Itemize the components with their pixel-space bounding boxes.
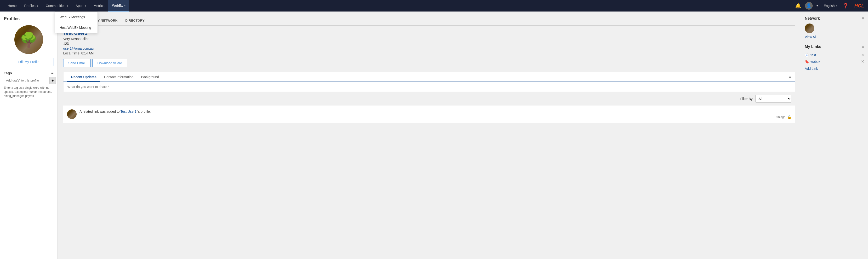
sidebar-title: Profiles	[4, 16, 54, 21]
network-widget-header: Network ≡	[805, 16, 864, 21]
network-view-all-link[interactable]: View All	[805, 35, 816, 39]
language-label: English	[824, 4, 835, 8]
network-avatar-1-image	[805, 24, 814, 33]
tags-hint: Enter a tag as a single word with no spa…	[4, 86, 54, 98]
network-avatar-1[interactable]	[805, 24, 814, 33]
tab-directory[interactable]: DIRECTORY	[121, 16, 148, 25]
nav-profiles[interactable]: Profiles ▾	[20, 0, 42, 11]
tags-add-button[interactable]: +	[49, 77, 56, 84]
top-navigation: Home Profiles ▾ Communities ▾ Apps ▾ Met…	[0, 0, 868, 11]
profile-tabs: MY PROFILE MY NETWORK DIRECTORY	[63, 16, 795, 26]
link-webex-label[interactable]: webex	[810, 60, 820, 63]
link-left-test: G test	[805, 53, 816, 57]
language-selector[interactable]: English ▾	[822, 4, 839, 8]
activity-avatar	[67, 109, 76, 119]
link-item-webex: 🔖 webex ✕	[805, 58, 864, 65]
updates-section: Recent Updates Contact Information Backg…	[63, 72, 795, 92]
notifications-button[interactable]: 🔔	[793, 2, 803, 9]
tab-background[interactable]: Background	[137, 72, 163, 82]
profile-local-time: Local Time: 8:14 AM	[63, 51, 795, 55]
profile-avatar-image: 🌳	[14, 25, 43, 54]
network-widget-menu[interactable]: ≡	[862, 16, 864, 21]
send-email-button[interactable]: Send Email	[63, 59, 91, 67]
webex-meetings-item[interactable]: WebEx Meetings	[55, 12, 97, 22]
link-test-label[interactable]: test	[810, 53, 816, 57]
language-chevron-icon: ▾	[836, 5, 837, 7]
communities-chevron-icon: ▾	[67, 5, 68, 7]
profile-actions: Send Email Download vCard	[63, 59, 795, 67]
filter-row: Filter By: All Status Updates Files Link…	[63, 92, 795, 106]
nav-communities-label: Communities	[46, 4, 65, 8]
tags-input-row: +	[4, 77, 54, 84]
bookmark-icon: 🔖	[805, 60, 809, 63]
my-links-list: G test ✕ 🔖 webex ✕	[805, 52, 864, 65]
profile-phone: 123	[63, 42, 795, 46]
right-sidebar: Network ≡ View All My Links ≡ G test	[801, 11, 868, 259]
activity-avatar-image	[67, 109, 76, 119]
local-time-value: 8:14 AM	[81, 51, 93, 55]
activity-text-after: 's profile.	[137, 110, 151, 113]
my-links-widget: My Links ≡ G test ✕ 🔖 webex ✕	[805, 45, 864, 70]
host-webex-meeting-item[interactable]: Host WebEx Meeting	[55, 22, 97, 33]
download-vcard-button[interactable]: Download vCard	[92, 59, 127, 67]
tab-contact-information[interactable]: Contact Information	[100, 72, 137, 82]
webex-dropdown: WebEx Meetings Host WebEx Meeting	[55, 11, 98, 33]
my-links-widget-menu[interactable]: ≡	[862, 45, 864, 49]
profiles-chevron-icon: ▾	[37, 5, 38, 7]
nav-communities[interactable]: Communities ▾	[42, 0, 72, 11]
activity-item: A related link was added to Test User1 '…	[63, 106, 795, 123]
filter-label: Filter By:	[740, 97, 753, 101]
nav-metrics[interactable]: Metrics	[90, 0, 108, 11]
updates-tabs: Recent Updates Contact Information Backg…	[63, 72, 795, 82]
tags-section: Tags ≡ + Enter a tag as a single word wi…	[4, 71, 54, 98]
link-test-remove-button[interactable]: ✕	[861, 53, 864, 57]
activity-profile-link[interactable]: Test User1	[121, 110, 136, 113]
link-webex-remove-button[interactable]: ✕	[861, 59, 864, 64]
activity-privacy-icon: 🔒	[787, 115, 792, 119]
bell-icon: 🔔	[795, 3, 801, 9]
avatar-img: 👤	[806, 3, 811, 8]
nav-webex-label: WebEx	[112, 4, 123, 7]
nav-apps[interactable]: Apps ▾	[72, 0, 90, 11]
nav-webex[interactable]: WebEx ▾	[108, 0, 129, 11]
network-avatars	[805, 24, 864, 33]
network-widget-title: Network	[805, 16, 820, 21]
edit-profile-button[interactable]: Edit My Profile	[4, 58, 54, 66]
tags-input[interactable]	[4, 77, 49, 84]
profile-header: Test User1 Very Responsilbe 123 user1@or…	[63, 30, 795, 55]
nav-home[interactable]: Home	[4, 0, 20, 11]
filter-select[interactable]: All Status Updates Files Links Events	[755, 95, 792, 103]
nav-apps-label: Apps	[76, 4, 83, 8]
tags-header: Tags ≡	[4, 71, 54, 75]
tags-menu-button[interactable]: ≡	[51, 71, 54, 75]
profile-avatar-container: 🌳	[4, 25, 54, 54]
tab-recent-updates[interactable]: Recent Updates	[67, 72, 100, 82]
user-menu-chevron[interactable]: ▾	[814, 3, 820, 8]
nav-profiles-label: Profiles	[24, 4, 35, 8]
link-left-webex: 🔖 webex	[805, 60, 820, 63]
help-button[interactable]: ❓	[841, 2, 850, 9]
main-layout: Profiles 🌳 Edit My Profile Tags ≡ + Ente…	[0, 11, 868, 259]
user-chevron-icon: ▾	[816, 4, 818, 7]
apps-chevron-icon: ▾	[85, 5, 86, 7]
nav-right: 🔔 👤 ▾ English ▾ ❓ HCL	[793, 2, 864, 9]
activity-text: A related link was added to Test User1 '…	[80, 109, 792, 114]
add-link-button[interactable]: Add Link	[805, 67, 864, 70]
webex-chevron-icon: ▾	[124, 4, 125, 7]
activity-time: 6m ago	[776, 115, 785, 119]
user-avatar[interactable]: 👤	[805, 2, 813, 9]
profile-job-title: Very Responsilbe	[63, 37, 795, 41]
profile-name: Test User1	[63, 30, 795, 36]
share-input[interactable]	[63, 82, 795, 92]
nav-left: Home Profiles ▾ Communities ▾ Apps ▾ Met…	[4, 0, 793, 11]
my-links-widget-title: My Links	[805, 45, 821, 49]
center-content: MY PROFILE MY NETWORK DIRECTORY Test Use…	[58, 11, 801, 259]
left-sidebar: Profiles 🌳 Edit My Profile Tags ≡ + Ente…	[0, 11, 58, 259]
hcl-logo: HCL	[854, 3, 864, 9]
updates-menu-button[interactable]: ≡	[788, 74, 791, 79]
profile-email[interactable]: user1@orga.com.au	[63, 47, 795, 50]
activity-meta: 6m ago 🔒	[80, 115, 792, 119]
my-links-widget-header: My Links ≡	[805, 45, 864, 49]
help-icon: ❓	[843, 3, 848, 9]
network-widget: Network ≡ View All	[805, 16, 864, 39]
